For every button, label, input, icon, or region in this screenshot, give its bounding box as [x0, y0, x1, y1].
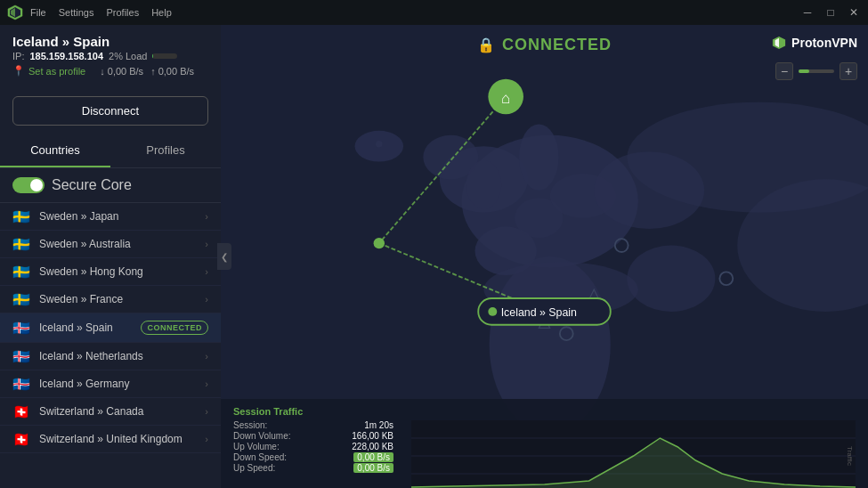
expand-icon: ›	[205, 351, 208, 362]
expand-icon: ›	[205, 239, 208, 249]
chart-label: Traffic	[846, 446, 854, 466]
secure-core-toggle[interactable]	[12, 177, 45, 193]
down-vol-label: Down Volume:	[233, 431, 290, 441]
zoom-controls: − +	[775, 62, 857, 80]
list-item[interactable]: 🇸🇪 Sweden » Japan ›	[0, 203, 221, 231]
connected-badge: CONNECTED	[141, 321, 208, 335]
zoom-slider[interactable]	[799, 69, 834, 73]
country-name: Switzerland » United Kingdom	[39, 433, 205, 445]
secure-core-label: Secure Core	[52, 177, 132, 193]
up-speed-display: ↑ 0,00 B/s	[150, 66, 194, 77]
list-item-connected[interactable]: 🇮🇸 Iceland » Spain CONNECTED	[0, 313, 221, 343]
disconnect-button[interactable]: Disconnect	[12, 96, 208, 126]
stat-down-speed: Down Speed: 0,00 B/s	[233, 452, 393, 462]
zoom-out-button[interactable]: −	[775, 62, 793, 80]
menu-file[interactable]: File	[30, 7, 46, 18]
list-item[interactable]: 🇨🇭 Switzerland » United Kingdom ›	[0, 426, 221, 453]
up-vol-label: Up Volume:	[233, 442, 280, 451]
flag-iceland-germany: 🇮🇸	[12, 378, 30, 390]
country-name: Iceland » Netherlands	[39, 350, 205, 362]
maximize-button[interactable]: □	[823, 5, 838, 20]
lock-icon: 🔒	[477, 37, 495, 53]
country-name: Switzerland » Canada	[39, 405, 205, 418]
zoom-in-button[interactable]: +	[840, 62, 857, 80]
svg-text:⌂: ⌂	[501, 89, 510, 107]
chart-svg	[411, 420, 856, 488]
expand-icon: ›	[205, 378, 208, 389]
svg-point-14	[627, 246, 715, 312]
brand-logo: ProtonVPN	[772, 36, 857, 50]
flag-sweden-australia: 🇸🇪	[12, 238, 30, 250]
connection-title: Iceland » Spain	[12, 34, 208, 49]
list-item[interactable]: 🇸🇪 Sweden » Australia ›	[0, 231, 221, 258]
expand-icon: ›	[205, 266, 208, 277]
close-button[interactable]: ✕	[847, 5, 861, 20]
secure-core-row: Secure Core	[0, 168, 221, 203]
app-logo-icon	[7, 4, 23, 20]
tab-profiles[interactable]: Profiles	[110, 134, 221, 167]
expand-icon: ›	[205, 211, 208, 222]
country-name: Sweden » Australia	[39, 238, 205, 250]
down-speed-value: 0,00 B/s	[353, 452, 393, 462]
country-list[interactable]: 🇸🇪 Sweden » Japan › 🇸🇪 Sweden » Australi…	[0, 203, 221, 488]
svg-text:Iceland » Spain: Iceland » Spain	[501, 306, 577, 319]
flag-sweden-hongkong: 🇸🇪	[12, 265, 30, 278]
stat-session: Session: 1m 20s	[233, 420, 393, 430]
country-name: Iceland » Spain	[39, 321, 141, 334]
main-layout: Iceland » Spain IP: 185.159.158.104 2% L…	[0, 25, 868, 488]
session-content: Session: 1m 20s Down Volume: 166,00 KB U…	[233, 420, 856, 488]
ip-row: IP: 185.159.158.104 2% Load	[12, 51, 208, 61]
country-name: Sweden » Hong Kong	[39, 265, 205, 278]
sidebar: Iceland » Spain IP: 185.159.158.104 2% L…	[0, 25, 221, 488]
flag-switzerland-canada: 🇨🇭	[12, 405, 30, 418]
menu-settings[interactable]: Settings	[59, 7, 94, 18]
window-controls: ─ □ ✕	[800, 5, 861, 20]
tab-countries[interactable]: Countries	[0, 134, 110, 167]
svg-point-17	[519, 124, 559, 190]
zoom-fill	[799, 69, 809, 73]
connected-status: 🔒 CONNECTED	[477, 36, 612, 54]
session-title: Session Traffic	[233, 406, 856, 417]
load-label: 2% Load	[109, 51, 147, 61]
svg-point-18	[376, 141, 382, 147]
up-vol-value: 228,00 KB	[352, 442, 393, 451]
svg-point-30	[488, 307, 497, 316]
list-item[interactable]: 🇸🇪 Sweden » France ›	[0, 286, 221, 313]
traffic-chart: Traffic	[411, 420, 856, 488]
menu-help[interactable]: Help	[151, 7, 172, 18]
load-bar	[152, 53, 177, 59]
minimize-button[interactable]: ─	[800, 5, 815, 20]
sidebar-collapse-button[interactable]: ❮	[217, 243, 231, 270]
protonvpn-icon	[772, 36, 786, 50]
menu-bar: File Settings Profiles Help	[30, 7, 172, 18]
list-item[interactable]: 🇸🇪 Sweden » Hong Kong ›	[0, 258, 221, 286]
down-vol-value: 166,00 KB	[352, 431, 393, 441]
svg-point-7	[466, 160, 502, 208]
pin-icon: 📍	[12, 65, 25, 77]
speed-display: ↓ 0,00 B/s	[100, 66, 143, 77]
brand-name: ProtonVPN	[791, 36, 857, 50]
flag-iceland-netherlands: 🇮🇸	[12, 350, 30, 362]
connection-info: Iceland » Spain IP: 185.159.158.104 2% L…	[0, 25, 221, 91]
flag-sweden-japan: 🇸🇪	[12, 210, 30, 223]
load-bar-fill	[152, 53, 153, 59]
ip-value: 185.159.158.104	[29, 51, 103, 61]
svg-point-28	[374, 238, 385, 248]
menu-profiles[interactable]: Profiles	[106, 7, 139, 18]
list-item[interactable]: 🇮🇸 Iceland » Netherlands ›	[0, 343, 221, 370]
stat-down-vol: Down Volume: 166,00 KB	[233, 431, 393, 441]
map-area: ⌂ Iceland » Spain 🔒 CONNECTED ProtonVPN	[221, 25, 868, 488]
session-stats: Session: 1m 20s Down Volume: 166,00 KB U…	[233, 420, 393, 488]
toggle-knob	[30, 179, 43, 191]
country-name: Sweden » France	[39, 293, 205, 305]
list-item[interactable]: 🇮🇸 Iceland » Germany ›	[0, 370, 221, 398]
up-speed-label: Up Speed:	[233, 463, 275, 473]
expand-icon: ›	[205, 434, 208, 444]
country-name: Sweden » Japan	[39, 210, 205, 223]
flag-sweden-france: 🇸🇪	[12, 293, 30, 305]
list-item[interactable]: 🇨🇭 Switzerland » Canada ›	[0, 398, 221, 426]
session-panel: Session Traffic Session: 1m 20s Down Vol…	[221, 399, 868, 488]
country-name: Iceland » Germany	[39, 378, 205, 390]
profile-link[interactable]: 📍 Set as profile ↓ 0,00 B/s ↑ 0,00 B/s	[12, 65, 208, 77]
session-value: 1m 20s	[364, 420, 393, 430]
